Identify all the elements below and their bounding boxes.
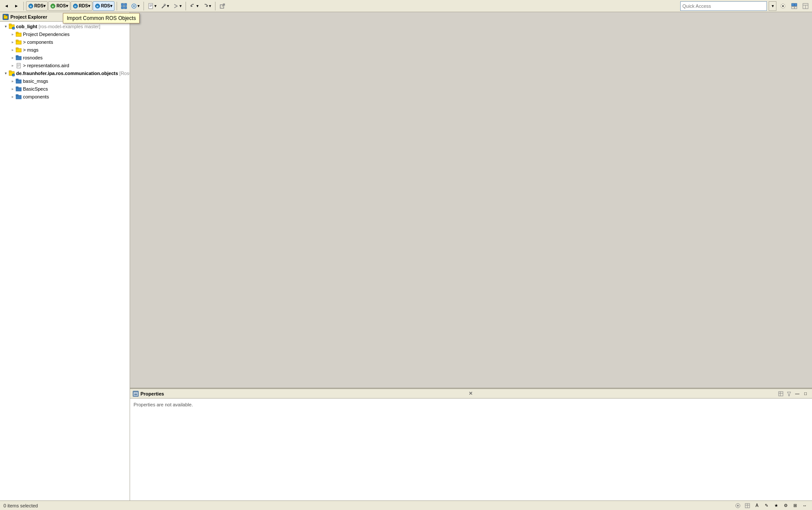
expand-components-2[interactable]: ▸ xyxy=(10,95,15,99)
msgs-label: > msgs xyxy=(23,47,39,52)
tree-item-representations[interactable]: ▸ > representations.aird xyxy=(0,62,130,69)
expand-rosnodes[interactable]: ▸ xyxy=(10,56,15,60)
tree-item-rosnodes[interactable]: ▸ rosnodes xyxy=(0,54,130,62)
basic-specs-icon xyxy=(16,86,22,92)
package-icon xyxy=(131,3,137,9)
arrow-right-btn[interactable]: ▾ xyxy=(171,1,183,11)
tree-item-cob-light[interactable]: ▾ ↓ cob_light [ros-model-examples master… xyxy=(0,23,130,30)
quick-access-input[interactable] xyxy=(680,1,767,11)
project-tree[interactable]: ▾ ↓ cob_light [ros-model-examples master… xyxy=(0,22,130,500)
tree-item-basic-specs[interactable]: ▸ BasicSpecs xyxy=(0,85,130,93)
status-btn-2[interactable] xyxy=(744,502,751,510)
arrow-right-icon xyxy=(173,3,179,9)
components-icon xyxy=(16,39,22,45)
history-buttons: ▾ ▾ xyxy=(188,1,213,11)
project-deps-icon xyxy=(16,31,22,37)
svg-line-20 xyxy=(222,4,225,7)
components-2-label: components xyxy=(23,94,49,99)
status-btn-7[interactable]: ⊞ xyxy=(791,502,799,510)
svg-text:↓: ↓ xyxy=(13,74,14,76)
basic-msgs-label: basic_msgs xyxy=(23,78,48,84)
quick-access-container: ▾ xyxy=(680,1,810,11)
rosnodes-label: rosnodes xyxy=(23,55,42,60)
expand-representations[interactable]: ▸ xyxy=(10,63,15,68)
status-btn-6[interactable]: ⚙ xyxy=(782,502,789,510)
separator-3 xyxy=(143,2,144,10)
undo-icon xyxy=(190,3,196,9)
rds-btn-highlighted[interactable]: R RDS▾ xyxy=(93,1,114,11)
rds-icon-2: R xyxy=(73,3,78,9)
package-btn[interactable]: ▾ xyxy=(129,1,141,11)
prop-btn-1[interactable] xyxy=(777,390,785,398)
project-deps-label: Project Dependencies xyxy=(23,32,70,37)
tree-item-components-2[interactable]: ▸ components xyxy=(0,93,130,101)
cob-light-annotation: [ros-model-examples master] xyxy=(39,24,100,29)
properties-content: Properties are not available. xyxy=(130,399,812,500)
expand-basic-specs[interactable]: ▸ xyxy=(10,87,15,91)
redo-btn[interactable]: ▾ xyxy=(201,1,213,11)
properties-close[interactable]: ✕ xyxy=(469,391,473,396)
svg-rect-48 xyxy=(9,71,11,72)
forward-button[interactable]: ► xyxy=(12,1,21,11)
right-panel: Properties ✕ xyxy=(130,12,812,500)
components-2-icon xyxy=(16,94,22,100)
toolbar-customize-btn[interactable] xyxy=(778,1,788,11)
tree-item-basic-msgs[interactable]: ▸ basic_msgs xyxy=(0,77,130,85)
expand-msgs[interactable]: ▸ xyxy=(10,48,15,52)
view-toggle-btn[interactable] xyxy=(789,1,799,11)
separator-1 xyxy=(23,2,24,10)
tooltip-text: Import Common ROS Objects xyxy=(67,15,136,21)
components-label: > components xyxy=(23,39,53,45)
rds-btn-2[interactable]: R RDS▾ xyxy=(71,1,92,11)
status-btn-5[interactable]: ★ xyxy=(772,502,780,510)
customize-icon xyxy=(780,3,786,9)
status-btn-1[interactable] xyxy=(734,502,742,510)
expand-de-fraunhofer[interactable]: ▾ xyxy=(3,71,8,75)
svg-point-21 xyxy=(782,5,784,7)
tree-item-project-dependencies[interactable]: ▸ Project Dependencies xyxy=(0,30,130,38)
prop-btn-maximize[interactable]: □ xyxy=(802,390,809,398)
properties-toolbar: — □ xyxy=(777,390,809,398)
properties-title: Properties xyxy=(140,391,164,396)
project-explorer-title: Project Explorer xyxy=(10,14,47,20)
expand-cob-light[interactable]: ▾ xyxy=(3,24,8,29)
separator-2 xyxy=(117,2,117,10)
rds-icon: R xyxy=(28,3,33,9)
tree-item-de-fraunhofer[interactable]: ▾ ↓ de.fraunhofer.ipa.ros.communication.… xyxy=(0,69,130,77)
svg-text:R: R xyxy=(52,5,54,8)
status-btn-4[interactable]: ✎ xyxy=(763,502,770,510)
expand-components[interactable]: ▸ xyxy=(10,40,15,44)
redo-icon xyxy=(202,3,209,9)
ros-btn-1[interactable]: R ROS▾ xyxy=(48,1,70,11)
expand-basic-msgs[interactable]: ▸ xyxy=(10,79,15,83)
external-link-btn[interactable] xyxy=(218,1,227,11)
nav-buttons: ◄ ► xyxy=(2,1,21,11)
grid-icon xyxy=(121,3,127,9)
prop-icon-1 xyxy=(778,391,783,396)
undo-btn[interactable]: ▾ xyxy=(188,1,200,11)
rds-btn-1[interactable]: R RDS▾ xyxy=(26,1,48,11)
main-toolbar: ◄ ► R RDS▾ R ROS▾ R RDS▾ xyxy=(0,0,812,12)
ros-icon: R xyxy=(50,3,55,9)
expand-project-deps[interactable]: ▸ xyxy=(10,32,15,36)
tree-item-msgs[interactable]: ▸ > msgs xyxy=(0,46,130,54)
wrench-btn[interactable]: ▾ xyxy=(159,1,171,11)
prop-btn-minimize[interactable]: — xyxy=(793,390,801,398)
separator-4 xyxy=(186,2,186,10)
status-bar: 0 items selected A ✎ ★ ⚙ ⊞ ↔ xyxy=(0,500,812,510)
status-btn-3[interactable]: A xyxy=(753,502,761,510)
de-fraunhofer-label: de.fraunhofer.ipa.ros.communication.obje… xyxy=(16,71,118,76)
svg-rect-22 xyxy=(792,3,794,6)
quick-access-dropdown[interactable]: ▾ xyxy=(769,1,776,11)
back-button[interactable]: ◄ xyxy=(2,1,11,11)
tree-item-components[interactable]: ▸ > components xyxy=(0,38,130,46)
doc-btn[interactable]: ▾ xyxy=(146,1,158,11)
doc-icon xyxy=(148,3,154,9)
svg-rect-42 xyxy=(16,56,18,57)
prop-btn-filter[interactable] xyxy=(785,390,793,398)
status-icon-1 xyxy=(735,503,741,509)
grid-btn[interactable] xyxy=(119,1,129,11)
status-btn-8[interactable]: ↔ xyxy=(801,502,809,510)
layout-btn[interactable] xyxy=(801,1,810,11)
svg-rect-24 xyxy=(792,7,794,9)
